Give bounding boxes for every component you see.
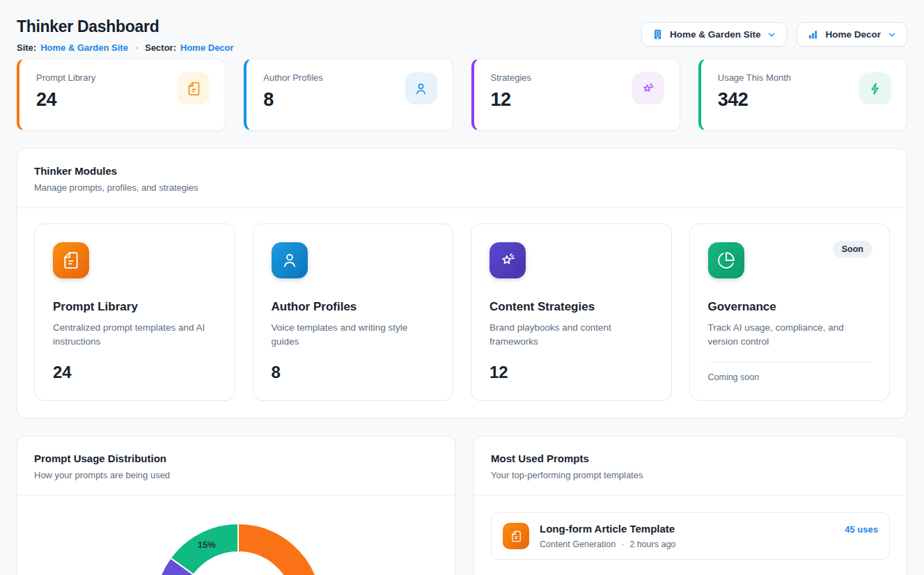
stat-label: Prompt Library xyxy=(36,72,95,83)
prompts-panel-subtitle: Your top-performing prompt templates xyxy=(491,470,890,480)
zap-icon xyxy=(859,72,891,104)
sector-selector-button[interactable]: Home Decor xyxy=(797,22,907,47)
module-description: Voice templates and writing style guides xyxy=(272,321,435,349)
bar-chart-icon xyxy=(807,29,819,40)
prompt-title: Long-form Article Template xyxy=(540,523,675,535)
stat-card-usage: Usage This Month 342 xyxy=(698,58,907,131)
module-count: 24 xyxy=(53,363,217,382)
site-label: Site: xyxy=(17,42,36,53)
prompts-panel-header: Most Used Prompts Your top-performing pr… xyxy=(474,436,907,496)
stat-label: Usage This Month xyxy=(718,72,791,83)
prompt-list-item[interactable]: Long-form Article Template Content Gener… xyxy=(491,512,890,560)
prompts-panel-title: Most Used Prompts xyxy=(491,452,890,464)
usage-distribution-panel: Prompt Usage Distribution How your promp… xyxy=(17,436,455,575)
site-selector-label: Home & Garden Site xyxy=(670,29,761,40)
stat-info: Author Profiles 8 xyxy=(263,72,322,117)
page-title: Thinker Dashboard xyxy=(17,17,234,36)
prompt-time: 2 hours ago xyxy=(629,539,675,549)
stat-value: 24 xyxy=(36,89,95,111)
module-title: Governance xyxy=(708,300,872,314)
file-icon xyxy=(503,523,529,549)
site-link[interactable]: Home & Garden Site xyxy=(40,42,128,53)
page-header: Thinker Dashboard Site: Home & Garden Si… xyxy=(17,17,907,53)
stat-card-strategies: Strategies 12 xyxy=(471,58,680,131)
prompt-category: Content Generation xyxy=(540,539,616,549)
usage-panel-subtitle: How your prompts are being used xyxy=(34,470,438,480)
sector-selector-label: Home Decor xyxy=(825,29,881,40)
usage-panel-header: Prompt Usage Distribution How your promp… xyxy=(17,436,455,496)
module-title: Content Strategies xyxy=(490,300,653,314)
prompts-list: Long-form Article Template Content Gener… xyxy=(474,496,907,575)
module-card-governance[interactable]: Soon Governance Track AI usage, complian… xyxy=(689,223,891,401)
sector-label: Sector: xyxy=(145,42,176,53)
breadcrumb: Site: Home & Garden Site · Sector: Home … xyxy=(17,42,234,53)
module-count: 8 xyxy=(272,363,435,382)
sector-link[interactable]: Home Decor xyxy=(180,42,234,53)
module-footnote: Coming soon xyxy=(708,363,872,382)
stat-info: Usage This Month 342 xyxy=(718,72,791,117)
sparkle-star-icon xyxy=(632,72,664,104)
separator-dot: · xyxy=(132,42,141,53)
stat-value: 8 xyxy=(263,89,322,111)
file-icon xyxy=(53,242,89,278)
modules-grid: Prompt Library Centralized prompt templa… xyxy=(17,208,907,418)
module-description: Centralized prompt templates and AI inst… xyxy=(53,321,217,349)
chevron-down-icon xyxy=(887,30,897,40)
stat-label: Strategies xyxy=(491,72,532,83)
site-selector-button[interactable]: Home & Garden Site xyxy=(641,22,788,47)
separator-dot: · xyxy=(621,539,624,549)
header-selectors: Home & Garden Site Home Decor xyxy=(641,22,907,47)
module-card-content-strategies[interactable]: Content Strategies Brand playbooks and c… xyxy=(471,223,672,401)
prompt-meta: Content Generation · 2 hours ago xyxy=(540,539,675,549)
file-icon xyxy=(178,72,210,104)
sparkle-star-icon xyxy=(490,242,526,278)
stat-value: 342 xyxy=(718,89,791,111)
module-count: 12 xyxy=(490,363,653,382)
module-description: Brand playbooks and content frameworks xyxy=(490,321,653,349)
module-title: Prompt Library xyxy=(53,300,217,314)
module-title: Author Profiles xyxy=(272,300,435,314)
thinker-modules-panel: Thinker Modules Manage prompts, profiles… xyxy=(17,148,907,418)
modules-panel-title: Thinker Modules xyxy=(34,165,890,177)
pie-chart-icon xyxy=(708,242,744,278)
module-description: Track AI usage, compliance, and version … xyxy=(708,321,872,349)
chevron-down-icon xyxy=(767,30,776,40)
usage-panel-title: Prompt Usage Distribution xyxy=(34,452,438,464)
stat-card-author-profiles: Author Profiles 8 xyxy=(244,58,453,131)
stat-value: 12 xyxy=(491,89,532,111)
module-card-author-profiles[interactable]: Author Profiles Voice templates and writ… xyxy=(253,223,454,401)
soon-badge: Soon xyxy=(833,241,872,258)
module-card-prompt-library[interactable]: Prompt Library Centralized prompt templa… xyxy=(34,223,235,401)
stat-info: Prompt Library 24 xyxy=(36,72,95,117)
donut-segment-1[interactable] xyxy=(238,523,322,575)
bottom-row: Prompt Usage Distribution How your promp… xyxy=(17,418,907,575)
modules-panel-subtitle: Manage prompts, profiles, and strategies xyxy=(34,182,890,193)
donut-segment-label: 15% xyxy=(198,539,216,550)
building-icon xyxy=(652,29,664,40)
prompt-uses-badge: 45 uses xyxy=(845,523,878,535)
dashboard-page: Thinker Dashboard Site: Home & Garden Si… xyxy=(0,0,924,575)
usage-donut: 45%22%18%15% xyxy=(17,496,455,575)
header-left: Thinker Dashboard Site: Home & Garden Si… xyxy=(17,17,234,53)
stat-info: Strategies 12 xyxy=(491,72,532,117)
donut-chart-area: 45%22%18%15% xyxy=(17,496,455,575)
user-icon xyxy=(272,242,308,278)
modules-panel-header: Thinker Modules Manage prompts, profiles… xyxy=(17,149,907,208)
stats-row: Prompt Library 24 Author Profiles 8 xyxy=(17,58,907,131)
stat-label: Author Profiles xyxy=(263,72,322,83)
user-icon xyxy=(405,72,437,104)
most-used-prompts-panel: Most Used Prompts Your top-performing pr… xyxy=(473,436,907,575)
prompt-text: Long-form Article Template Content Gener… xyxy=(540,523,675,549)
stat-card-prompt-library: Prompt Library 24 xyxy=(17,58,226,131)
